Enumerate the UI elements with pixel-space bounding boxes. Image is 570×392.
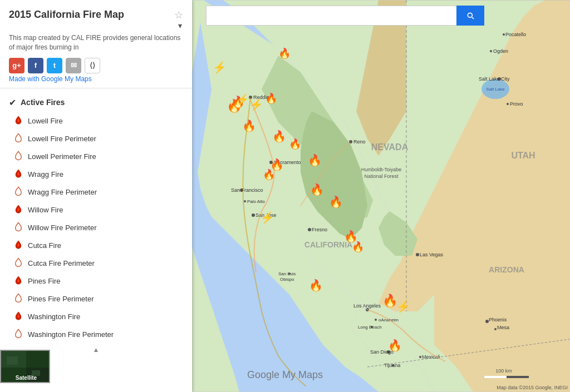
svg-text:Provo: Provo	[510, 101, 523, 107]
star-icon[interactable]: ☆	[174, 9, 183, 21]
svg-text:San Luis: San Luis	[278, 271, 296, 276]
twitter-button[interactable]: t	[47, 58, 62, 73]
svg-text:San Francisco: San Francisco	[231, 187, 263, 193]
svg-text:🔥: 🔥	[308, 153, 322, 167]
fire-label: Cutca Fire Perimeter	[28, 259, 95, 267]
search-button[interactable]	[456, 6, 484, 26]
svg-text:UTAH: UTAH	[511, 151, 535, 160]
fire-label: Pines Fire	[28, 277, 61, 285]
fire-list: Lowell Fire Lowell Fire Perimeter Lowell…	[0, 112, 192, 344]
sidebar-header: 2015 California Fire Map ☆ ▾ This map cr…	[0, 0, 192, 88]
svg-point-53	[494, 328, 497, 330]
svg-text:Humboldt-Toiyabe: Humboldt-Toiyabe	[361, 167, 402, 172]
svg-text:Satellite: Satellite	[16, 375, 37, 381]
made-with-link[interactable]: Made with Google My Maps	[9, 75, 92, 83]
svg-text:🔥: 🔥	[265, 92, 278, 105]
fire-label: Cutca Fire	[28, 241, 61, 250]
fire-list-item[interactable]: Willow Fire Perimeter	[4, 219, 188, 237]
facebook-button[interactable]: f	[28, 58, 43, 73]
fire-icon-flame	[13, 115, 23, 127]
sidebar-content[interactable]: ✔ Active Fires Lowell Fire Lowell Fire P…	[0, 88, 192, 392]
svg-text:🔥: 🔥	[242, 119, 256, 132]
fire-icon-perimeter	[13, 329, 23, 341]
svg-text:⚡: ⚡	[237, 93, 249, 106]
sidebar-panel: 2015 California Fire Map ☆ ▾ This map cr…	[0, 0, 192, 392]
svg-text:🔥: 🔥	[382, 293, 398, 308]
svg-text:ARIZONA: ARIZONA	[489, 265, 524, 274]
fire-list-item[interactable]: Wragg Fire	[4, 166, 188, 183]
svg-text:Los Angeles: Los Angeles	[353, 303, 381, 309]
layer-header[interactable]: ✔ Active Fires	[0, 93, 192, 112]
svg-text:Pocatello: Pocatello	[505, 32, 526, 37]
svg-text:Mesa: Mesa	[497, 325, 509, 330]
svg-point-39	[419, 356, 421, 358]
fire-list-item[interactable]: Wragg Fire Perimeter	[4, 183, 188, 201]
fire-list-item[interactable]: Washington Fire Perimeter	[4, 326, 188, 344]
fire-icon-perimeter	[13, 151, 23, 163]
fire-icon-perimeter	[13, 186, 23, 199]
svg-text:NEVADA: NEVADA	[371, 142, 409, 152]
search-input[interactable]	[206, 6, 456, 26]
svg-text:Salt Lake City: Salt Lake City	[479, 76, 510, 82]
fire-list-item[interactable]: Lowell Perimeter Fire	[4, 148, 188, 166]
svg-point-29	[416, 253, 419, 256]
satellite-thumbnail[interactable]: Satellite	[0, 350, 50, 383]
fire-label: Washington Fire	[28, 312, 80, 321]
svg-text:🔥: 🔥	[352, 241, 365, 253]
svg-point-24	[308, 228, 311, 231]
google-watermark: Google My Maps	[247, 369, 323, 381]
share-button[interactable]: ⟨⟩	[85, 58, 100, 73]
fire-label: Lowell Perimeter Fire	[28, 152, 96, 161]
social-icons-row: g+ f t ✉ ⟨⟩	[9, 58, 183, 73]
svg-text:Long Beach: Long Beach	[358, 325, 382, 330]
svg-text:⚡: ⚡	[396, 300, 410, 313]
fire-label: Wragg Fire	[28, 170, 63, 178]
fire-list-item[interactable]: Lowell Fire Perimeter	[4, 130, 188, 148]
svg-text:⚡: ⚡	[213, 61, 227, 74]
svg-text:🔥: 🔥	[272, 130, 286, 143]
svg-text:100 km: 100 km	[495, 368, 512, 374]
fire-list-item[interactable]: Willow Fire	[4, 201, 188, 219]
svg-text:🔥: 🔥	[289, 138, 302, 150]
google-plus-button[interactable]: g+	[9, 58, 24, 73]
fire-list-item[interactable]: Washington Fire	[4, 308, 188, 326]
expand-icon[interactable]: ▾	[178, 21, 182, 30]
svg-point-33	[375, 319, 377, 321]
fire-list-item[interactable]: Pines Fire Perimeter	[4, 290, 188, 308]
fire-icon-perimeter	[13, 133, 23, 145]
svg-text:🔥: 🔥	[309, 279, 323, 292]
fire-label: Wragg Fire Perimeter	[28, 188, 97, 196]
svg-point-47	[503, 33, 505, 36]
svg-text:Fresno: Fresno	[312, 227, 327, 232]
fire-icon-flame	[13, 311, 23, 323]
svg-text:Salt Lake: Salt Lake	[486, 87, 505, 92]
email-button[interactable]: ✉	[66, 58, 81, 73]
active-fires-checkbox[interactable]: ✔	[9, 97, 16, 108]
fire-list-item[interactable]: Lowell Fire	[4, 112, 188, 130]
fire-list-item[interactable]: Cutca Fire	[4, 237, 188, 255]
map-title: 2015 California Fire Map	[9, 9, 174, 21]
fire-label: Washington Fire Perimeter	[28, 330, 114, 339]
svg-text:Phoenix: Phoenix	[489, 317, 507, 322]
svg-rect-89	[484, 376, 507, 378]
svg-text:⚡: ⚡	[249, 98, 263, 111]
fire-label: Willow Fire	[28, 206, 63, 214]
svg-text:⚡: ⚡	[261, 211, 274, 224]
layer-title: Active Fires	[21, 98, 65, 107]
svg-text:Las Vegas: Las Vegas	[420, 252, 444, 257]
fire-list-item[interactable]: Cutca Fire Perimeter	[4, 255, 188, 272]
fire-label: Pines Fire Perimeter	[28, 295, 94, 303]
fire-icon-flame	[13, 275, 23, 287]
fire-label: Willow Fire Perimeter	[28, 224, 97, 232]
svg-rect-95	[7, 356, 18, 365]
svg-text:🔥: 🔥	[310, 183, 324, 196]
fire-icon-flame	[13, 240, 23, 252]
svg-text:Ogden: Ogden	[493, 48, 508, 54]
svg-point-20	[244, 200, 246, 202]
fire-icon-perimeter	[13, 222, 23, 234]
fire-icon-perimeter	[13, 257, 23, 270]
fire-list-item[interactable]: Pines Fire	[4, 272, 188, 290]
svg-point-43	[490, 50, 492, 52]
svg-point-49	[507, 103, 509, 105]
fire-label: Lowell Fire Perimeter	[28, 135, 96, 143]
